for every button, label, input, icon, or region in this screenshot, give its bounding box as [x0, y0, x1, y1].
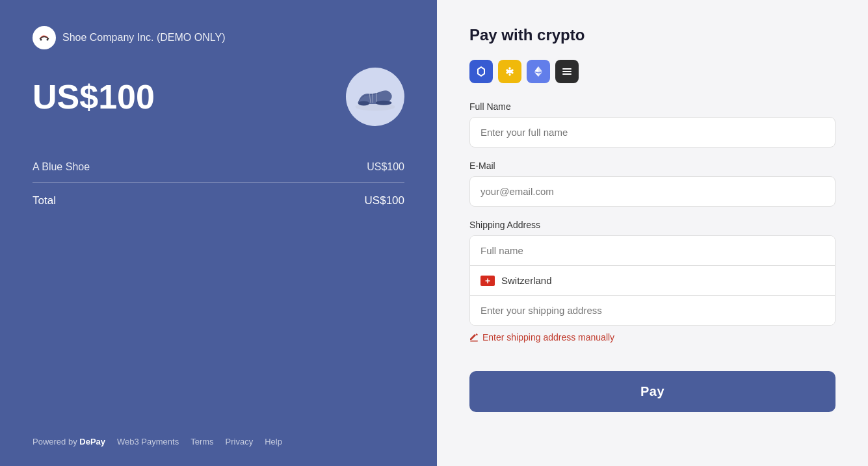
- footer: Powered by DePay Web3 Payments Terms Pri…: [33, 437, 282, 447]
- footer-privacy[interactable]: Privacy: [226, 437, 254, 447]
- brand-row: Shoe Company Inc. (DEMO ONLY): [33, 26, 404, 49]
- edit-icon: [469, 333, 479, 342]
- swiss-flag-icon: [480, 276, 495, 286]
- crypto-icon-multi[interactable]: [555, 60, 579, 83]
- shipping-address-group: Shipping Address Switzerland Enter shipp…: [469, 220, 835, 343]
- left-panel: Shoe Company Inc. (DEMO ONLY) US$100 A B…: [0, 0, 437, 466]
- depay-brand: DePay: [79, 437, 105, 447]
- crypto-icon-ethereum[interactable]: [527, 60, 550, 83]
- pay-button[interactable]: Pay: [469, 371, 835, 412]
- item-name: A Blue Shoe: [33, 161, 90, 173]
- line-item: A Blue Shoe US$100: [33, 152, 404, 182]
- item-price: US$100: [367, 161, 404, 173]
- line-items: A Blue Shoe US$100 Total US$100: [33, 152, 404, 219]
- brand-name: Shoe Company Inc. (DEMO ONLY): [62, 32, 225, 44]
- svg-rect-6: [562, 68, 572, 70]
- email-label: E-Mail: [469, 161, 835, 171]
- total-row: Total US$100: [33, 183, 404, 219]
- brand-logo: [33, 26, 56, 49]
- page-title: Pay with crypto: [469, 26, 835, 44]
- powered-by-text: Powered by DePay: [33, 437, 105, 447]
- country-name: Switzerland: [501, 275, 552, 286]
- total-price: US$100: [365, 194, 404, 207]
- svg-rect-8: [562, 73, 572, 75]
- shipping-name-input[interactable]: [470, 236, 835, 266]
- shoe-image: [346, 68, 404, 126]
- manual-entry-text: Enter shipping address manually: [482, 332, 614, 343]
- full-name-group: Full Name: [469, 101, 835, 148]
- country-selector[interactable]: Switzerland: [470, 266, 835, 296]
- full-name-label: Full Name: [469, 101, 835, 112]
- shipping-label: Shipping Address: [469, 220, 835, 230]
- crypto-icon-bnb[interactable]: [498, 60, 521, 83]
- crypto-icons-row: [469, 60, 835, 83]
- total-label: Total: [33, 194, 56, 207]
- footer-help[interactable]: Help: [265, 437, 282, 447]
- svg-rect-9: [470, 341, 478, 342]
- full-name-input[interactable]: [469, 117, 835, 148]
- crypto-icon-chainlink[interactable]: [469, 60, 493, 83]
- shipping-address-input[interactable]: [470, 296, 835, 325]
- shipping-address-box: Switzerland: [469, 235, 835, 326]
- price-amount: US$100: [33, 77, 155, 116]
- footer-terms[interactable]: Terms: [191, 437, 213, 447]
- svg-point-0: [36, 30, 52, 45]
- email-group: E-Mail: [469, 161, 835, 207]
- footer-web3-payments[interactable]: Web3 Payments: [117, 437, 179, 447]
- email-input[interactable]: [469, 176, 835, 207]
- svg-point-5: [376, 101, 392, 105]
- svg-rect-7: [562, 71, 572, 72]
- price-row: US$100: [33, 68, 404, 126]
- svg-point-4: [358, 101, 370, 106]
- manual-entry-link[interactable]: Enter shipping address manually: [469, 332, 835, 343]
- right-panel: Pay with crypto: [437, 0, 868, 466]
